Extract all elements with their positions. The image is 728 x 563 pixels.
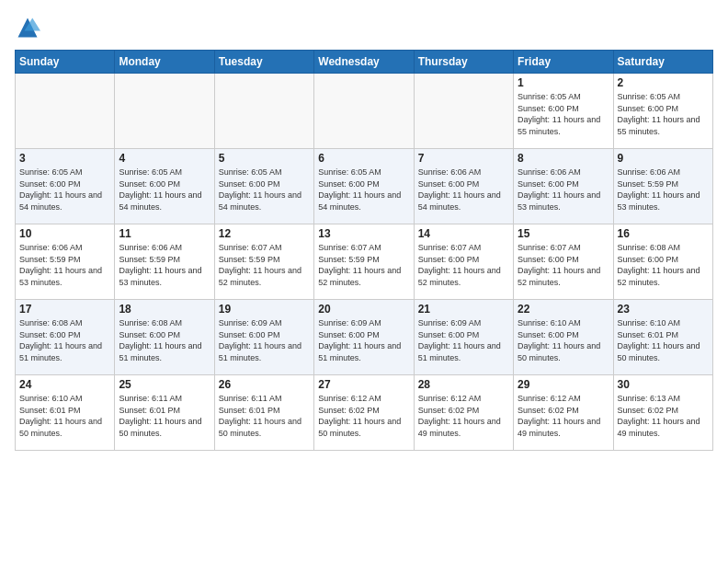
day-info: Sunrise: 6:09 AMSunset: 6:00 PMDaylight:…: [219, 317, 310, 363]
calendar-cell: 18Sunrise: 6:08 AMSunset: 6:00 PMDayligh…: [115, 300, 214, 375]
day-info: Sunrise: 6:12 AMSunset: 6:02 PMDaylight:…: [418, 393, 509, 439]
calendar-cell: 30Sunrise: 6:13 AMSunset: 6:02 PMDayligh…: [613, 375, 712, 451]
day-number: 14: [418, 227, 509, 240]
calendar-cell: 16Sunrise: 6:08 AMSunset: 6:00 PMDayligh…: [613, 224, 712, 300]
calendar-cell: 19Sunrise: 6:09 AMSunset: 6:00 PMDayligh…: [214, 300, 313, 375]
calendar-header-row: SundayMondayTuesdayWednesdayThursdayFrid…: [16, 51, 713, 74]
day-info: Sunrise: 6:05 AMSunset: 6:00 PMDaylight:…: [119, 167, 210, 213]
day-info: Sunrise: 6:07 AMSunset: 5:59 PMDaylight:…: [318, 242, 409, 288]
calendar-cell: 8Sunrise: 6:06 AMSunset: 6:00 PMDaylight…: [514, 149, 613, 224]
day-info: Sunrise: 6:12 AMSunset: 6:02 PMDaylight:…: [318, 393, 409, 439]
calendar-cell: 27Sunrise: 6:12 AMSunset: 6:02 PMDayligh…: [314, 375, 414, 451]
calendar-cell: 12Sunrise: 6:07 AMSunset: 5:59 PMDayligh…: [214, 224, 313, 300]
day-number: 19: [219, 303, 310, 316]
day-number: 7: [418, 152, 509, 165]
calendar-cell: 1Sunrise: 6:05 AMSunset: 6:00 PMDaylight…: [514, 74, 613, 149]
day-info: Sunrise: 6:05 AMSunset: 6:00 PMDaylight:…: [19, 167, 110, 213]
day-info: Sunrise: 6:06 AMSunset: 5:59 PMDaylight:…: [119, 242, 210, 288]
day-info: Sunrise: 6:07 AMSunset: 5:59 PMDaylight:…: [219, 242, 310, 288]
day-info: Sunrise: 6:10 AMSunset: 6:00 PMDaylight:…: [518, 317, 609, 363]
day-info: Sunrise: 6:11 AMSunset: 6:01 PMDaylight:…: [119, 393, 210, 439]
day-info: Sunrise: 6:08 AMSunset: 6:00 PMDaylight:…: [119, 317, 210, 363]
day-number: 11: [119, 227, 210, 240]
day-number: 4: [119, 152, 210, 165]
calendar-cell: 7Sunrise: 6:06 AMSunset: 6:00 PMDaylight…: [414, 149, 513, 224]
calendar-day-header: Thursday: [414, 51, 513, 74]
calendar-day-header: Monday: [115, 51, 214, 74]
day-number: 6: [318, 152, 409, 165]
day-info: Sunrise: 6:07 AMSunset: 6:00 PMDaylight:…: [418, 242, 509, 288]
day-number: 1: [518, 76, 609, 89]
day-number: 23: [618, 303, 709, 316]
calendar-cell: 17Sunrise: 6:08 AMSunset: 6:00 PMDayligh…: [16, 300, 115, 375]
day-number: 10: [19, 227, 110, 240]
day-number: 3: [19, 152, 110, 165]
day-number: 12: [219, 227, 310, 240]
day-number: 2: [618, 76, 709, 89]
day-info: Sunrise: 6:09 AMSunset: 6:00 PMDaylight:…: [318, 317, 409, 363]
day-number: 18: [119, 303, 210, 316]
day-number: 26: [219, 378, 310, 391]
calendar-cell: [115, 74, 214, 149]
calendar-cell: 26Sunrise: 6:11 AMSunset: 6:01 PMDayligh…: [214, 375, 313, 451]
day-info: Sunrise: 6:12 AMSunset: 6:02 PMDaylight:…: [518, 393, 609, 439]
day-info: Sunrise: 6:08 AMSunset: 6:00 PMDaylight:…: [19, 317, 110, 363]
page: SundayMondayTuesdayWednesdayThursdayFrid…: [0, 0, 728, 563]
calendar-day-header: Sunday: [16, 51, 115, 74]
day-info: Sunrise: 6:07 AMSunset: 6:00 PMDaylight:…: [518, 242, 609, 288]
day-number: 9: [618, 152, 709, 165]
calendar-cell: 5Sunrise: 6:05 AMSunset: 6:00 PMDaylight…: [214, 149, 313, 224]
day-number: 28: [418, 378, 509, 391]
calendar-week-row: 10Sunrise: 6:06 AMSunset: 5:59 PMDayligh…: [16, 224, 713, 300]
day-number: 29: [518, 378, 609, 391]
calendar-cell: [16, 74, 115, 149]
logo-icon: [15, 15, 40, 40]
calendar-cell: 10Sunrise: 6:06 AMSunset: 5:59 PMDayligh…: [16, 224, 115, 300]
calendar-day-header: Wednesday: [314, 51, 414, 74]
calendar-cell: 29Sunrise: 6:12 AMSunset: 6:02 PMDayligh…: [514, 375, 613, 451]
calendar-cell: 28Sunrise: 6:12 AMSunset: 6:02 PMDayligh…: [414, 375, 513, 451]
day-number: 22: [518, 303, 609, 316]
day-number: 17: [19, 303, 110, 316]
calendar-week-row: 17Sunrise: 6:08 AMSunset: 6:00 PMDayligh…: [16, 300, 713, 375]
calendar-week-row: 1Sunrise: 6:05 AMSunset: 6:00 PMDaylight…: [16, 74, 713, 149]
calendar-day-header: Friday: [514, 51, 613, 74]
day-info: Sunrise: 6:06 AMSunset: 5:59 PMDaylight:…: [618, 167, 709, 213]
day-info: Sunrise: 6:10 AMSunset: 6:01 PMDaylight:…: [19, 393, 110, 439]
calendar-cell: 15Sunrise: 6:07 AMSunset: 6:00 PMDayligh…: [514, 224, 613, 300]
day-info: Sunrise: 6:13 AMSunset: 6:02 PMDaylight:…: [618, 393, 709, 439]
calendar-cell: 2Sunrise: 6:05 AMSunset: 6:00 PMDaylight…: [613, 74, 712, 149]
day-info: Sunrise: 6:10 AMSunset: 6:01 PMDaylight:…: [618, 317, 709, 363]
day-number: 25: [119, 378, 210, 391]
day-number: 24: [19, 378, 110, 391]
calendar-cell: 11Sunrise: 6:06 AMSunset: 5:59 PMDayligh…: [115, 224, 214, 300]
day-info: Sunrise: 6:05 AMSunset: 6:00 PMDaylight:…: [219, 167, 310, 213]
day-number: 5: [219, 152, 310, 165]
calendar: SundayMondayTuesdayWednesdayThursdayFrid…: [15, 50, 713, 451]
day-info: Sunrise: 6:09 AMSunset: 6:00 PMDaylight:…: [418, 317, 509, 363]
day-number: 20: [318, 303, 409, 316]
day-info: Sunrise: 6:11 AMSunset: 6:01 PMDaylight:…: [219, 393, 310, 439]
calendar-cell: [214, 74, 313, 149]
day-info: Sunrise: 6:06 AMSunset: 6:00 PMDaylight:…: [518, 167, 609, 213]
day-number: 16: [618, 227, 709, 240]
calendar-cell: 6Sunrise: 6:05 AMSunset: 6:00 PMDaylight…: [314, 149, 414, 224]
calendar-cell: 9Sunrise: 6:06 AMSunset: 5:59 PMDaylight…: [613, 149, 712, 224]
header: [15, 15, 713, 40]
calendar-cell: 20Sunrise: 6:09 AMSunset: 6:00 PMDayligh…: [314, 300, 414, 375]
calendar-cell: [414, 74, 513, 149]
day-number: 27: [318, 378, 409, 391]
day-number: 21: [418, 303, 509, 316]
calendar-cell: 24Sunrise: 6:10 AMSunset: 6:01 PMDayligh…: [16, 375, 115, 451]
calendar-week-row: 3Sunrise: 6:05 AMSunset: 6:00 PMDaylight…: [16, 149, 713, 224]
day-info: Sunrise: 6:05 AMSunset: 6:00 PMDaylight:…: [318, 167, 409, 213]
day-number: 8: [518, 152, 609, 165]
calendar-day-header: Saturday: [613, 51, 712, 74]
calendar-cell: 21Sunrise: 6:09 AMSunset: 6:00 PMDayligh…: [414, 300, 513, 375]
calendar-cell: 14Sunrise: 6:07 AMSunset: 6:00 PMDayligh…: [414, 224, 513, 300]
calendar-day-header: Tuesday: [214, 51, 313, 74]
day-number: 13: [318, 227, 409, 240]
calendar-cell: 22Sunrise: 6:10 AMSunset: 6:00 PMDayligh…: [514, 300, 613, 375]
day-info: Sunrise: 6:06 AMSunset: 5:59 PMDaylight:…: [19, 242, 110, 288]
day-info: Sunrise: 6:06 AMSunset: 6:00 PMDaylight:…: [418, 167, 509, 213]
